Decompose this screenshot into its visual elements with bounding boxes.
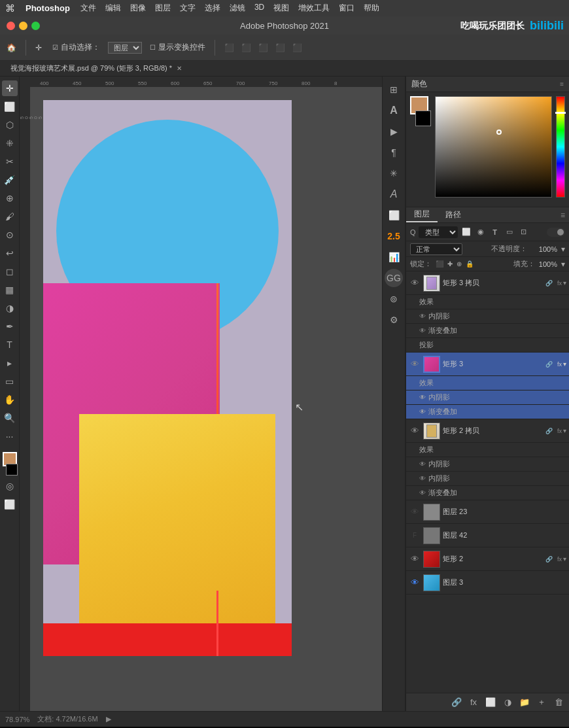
menu-help[interactable]: 帮助 [364,3,379,14]
gradient-tool[interactable]: ▦ [2,282,18,298]
menu-window[interactable]: 窗口 [339,3,354,14]
lock-all-btn[interactable]: 🔒 [466,260,474,268]
layer-item-23[interactable]: 👁 图层 23 [406,500,569,524]
minimize-button[interactable] [19,22,27,30]
link-layers-btn[interactable]: 🔗 [450,696,463,709]
hand-tool[interactable]: ✋ [2,392,18,407]
arrow-btn[interactable]: ▶ [106,715,111,723]
eyedropper-tool[interactable]: 💉 [2,172,18,188]
text-btn[interactable]: A [385,101,403,120]
color-gradient-picker[interactable] [435,96,552,198]
brush-settings-btn[interactable]: ⊚ [385,290,403,308]
layer-visibility-toggle-23[interactable]: 👁 [409,506,421,518]
menu-image[interactable]: 图像 [130,3,146,14]
layers-list[interactable]: 👁 矩形 3 拷贝 🔗 fx ▾ 效果 👁 [406,271,569,693]
layer-visibility-toggle[interactable]: 👁 [409,425,421,437]
clone-stamp-tool[interactable]: ⊙ [2,227,18,243]
align-top[interactable]: ⬛ [273,42,288,54]
grid-view-btn[interactable]: ⊞ [385,80,403,99]
quick-mask-toggle[interactable]: ◎ [2,478,18,494]
layer-fx-indicator-rect2[interactable]: fx ▾ [557,555,566,563]
color-panel-menu-btn[interactable]: ≡ [560,80,564,88]
menu-3d[interactable]: 3D [254,3,264,14]
layer-item-selected[interactable]: 👁 矩形 3 🔗 fx ▾ [406,353,569,376]
pen-tool[interactable]: ✒ [2,319,18,334]
fill-chevron[interactable]: ▾ [561,260,565,269]
lock-artboard-btn[interactable]: ⊕ [457,260,462,268]
menu-plugins[interactable]: 增效工具 [298,3,330,14]
chart-btn[interactable]: 📊 [385,248,403,266]
opacity-chevron[interactable]: ▾ [561,245,565,254]
add-style-btn[interactable]: fx [467,696,480,709]
layer-item-rect2[interactable]: 👁 矩形 2 🔗 fx ▾ [406,547,569,571]
layer-visibility-toggle-42[interactable]: F [409,530,421,542]
layer-link-icon[interactable]: 🔗 [544,426,555,436]
rectangular-marquee-tool[interactable]: ⬜ [2,99,18,114]
move-tool-btn[interactable]: ✛ [33,42,44,54]
layer-mask-btn[interactable]: ⬜ [385,206,403,224]
text-tool[interactable]: T [2,337,18,353]
filter-smartobj-btn[interactable]: ⊡ [518,226,530,238]
transform-check[interactable]: ☐ 显示变换控件 [147,41,208,54]
sliders-btn[interactable]: ⚙ [385,311,403,329]
play-btn[interactable]: ▶ [385,122,403,141]
rectangle-shape-tool[interactable]: ▭ [2,373,18,389]
tab-layers[interactable]: 图层 [406,207,438,222]
layer-item-3[interactable]: 👁 图层 3 [406,571,569,595]
maximize-button[interactable] [31,22,40,30]
auto-select-check[interactable]: ☑ 自动选择： [50,41,103,54]
menu-select[interactable]: 选择 [205,3,220,14]
filter-toggle[interactable] [547,228,565,237]
canvas-area[interactable]: 400 450 500 550 600 650 700 750 800 8 5 … [20,77,382,711]
hue-slider[interactable] [556,96,565,198]
filter-pixel-btn[interactable]: ⬜ [460,226,472,238]
new-adj-layer-btn[interactable]: ◑ [501,696,514,709]
align-right[interactable]: ⬛ [256,42,271,54]
layers-panel-menu-btn[interactable]: ≡ [557,211,569,220]
healing-brush-tool[interactable]: ⊕ [2,190,18,206]
tab-paths[interactable]: 路径 [438,207,469,222]
close-button[interactable] [7,22,15,30]
menu-text[interactable]: 文字 [180,3,196,14]
layer-link-icon[interactable]: 🔗 [544,278,555,288]
align-middle[interactable]: ⬛ [290,42,305,54]
history-brush-tool[interactable]: ↩ [2,245,18,261]
screen-mode[interactable]: ⬜ [2,496,18,512]
menu-filter[interactable]: 滤镜 [230,3,245,14]
layer-link-icon[interactable]: 🔗 [544,359,555,370]
document-tab[interactable]: 视觉海报玻璃艺术展.psd @ 79% (矩形 3, RGB/8) * ✕ [5,62,187,75]
align-center[interactable]: ⬛ [239,42,254,54]
art-text-btn[interactable]: A [385,185,403,203]
blend-mode-select[interactable]: 正常 [410,243,462,255]
magic-wand-tool[interactable]: ⁜ [2,135,18,151]
layer-item[interactable]: 👁 矩形 3 拷贝 🔗 fx ▾ [406,271,569,295]
dodge-tool[interactable]: ◑ [2,300,18,316]
layer-item-rect2copy[interactable]: 👁 矩形 2 拷贝 🔗 fx ▾ [406,419,569,443]
filter-shape-btn[interactable]: ▭ [504,226,515,238]
layer-visibility-toggle-rect2[interactable]: 👁 [409,553,421,565]
layer-visibility-toggle[interactable]: 👁 [409,358,421,370]
new-layer-btn[interactable]: + [535,696,548,709]
layer-visibility-toggle[interactable]: 👁 [409,277,421,289]
fill-value[interactable]: 100% [539,260,557,268]
bg-color-swatch[interactable] [6,464,18,476]
tab-close-btn[interactable]: ✕ [177,65,182,72]
crop-tool[interactable]: ✂ [2,154,18,169]
path-selection-tool[interactable]: ▸ [2,355,18,371]
new-group-btn[interactable]: 📁 [518,696,531,709]
zoom-tool[interactable]: 🔍 [2,410,18,426]
eraser-tool[interactable]: ◻ [2,264,18,279]
lasso-tool[interactable]: ⬡ [2,117,18,133]
layer-fx-indicator[interactable]: fx ▾ [557,427,566,434]
lock-pixels-btn[interactable]: ⬛ [436,260,443,268]
add-mask-btn[interactable]: ⬜ [484,696,497,709]
menu-layer[interactable]: 图层 [155,3,171,14]
move-tool[interactable]: ✛ [2,80,18,96]
layer-visibility-toggle-3[interactable]: 👁 [409,577,421,589]
delete-layer-btn[interactable]: 🗑 [552,696,565,709]
filter-adj-btn[interactable]: ◉ [475,226,487,238]
apple-icon[interactable]: ⌘ [5,3,15,14]
align-left[interactable]: ⬛ [222,42,237,54]
canvas-content[interactable]: ↖ [30,87,382,711]
menu-view[interactable]: 视图 [273,3,289,14]
